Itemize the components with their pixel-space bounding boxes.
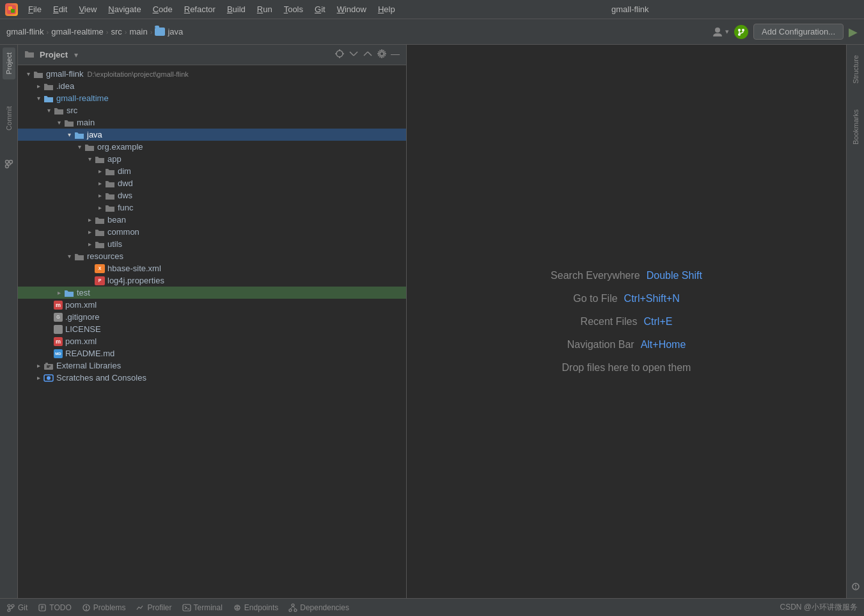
test-arrow — [54, 289, 64, 296]
bottom-right-label: CSDN @小环讲微服务 — [780, 602, 858, 613]
tree-license[interactable]: LICENSE — [18, 323, 406, 335]
panel-dropdown-arrow[interactable]: ▾ — [74, 51, 78, 59]
tree-resources[interactable]: resources — [18, 250, 406, 262]
svg-point-41 — [86, 609, 87, 610]
left-tab-commit[interactable]: Commit — [3, 101, 15, 136]
pom-realtime-icon: m — [54, 301, 63, 310]
menu-git[interactable]: Git — [310, 3, 331, 15]
tree-root[interactable]: gmall-flink D:\exploitation\project\gmal… — [18, 68, 406, 80]
menu-refactor[interactable]: Refactor — [179, 3, 221, 15]
tree-scratches[interactable]: Scratches and Consoles — [18, 372, 406, 384]
add-configuration-button[interactable]: Add Configuration... — [753, 24, 844, 40]
tree-utils[interactable]: utils — [18, 238, 406, 250]
menu-build[interactable]: Build — [222, 3, 251, 15]
tree-log4j-props[interactable]: P log4j.properties — [18, 274, 406, 287]
breadcrumb-main[interactable]: main — [130, 27, 148, 36]
tree-readme[interactable]: MD README.md — [18, 347, 406, 359]
git-branch-icon[interactable] — [734, 25, 748, 39]
bottom-terminal[interactable]: Terminal — [182, 603, 223, 612]
tree-hbase-xml[interactable]: X hbase-site.xml — [18, 262, 406, 274]
tree-common[interactable]: common — [18, 226, 406, 238]
tree-func[interactable]: func — [18, 201, 406, 214]
right-tab-bookmarks[interactable]: Bookmarks — [849, 104, 862, 150]
shortcut-nav-bar: Navigation Bar Alt+Home — [567, 339, 686, 351]
svg-point-32 — [12, 604, 14, 607]
bottom-endpoints[interactable]: Endpoints — [233, 603, 278, 612]
shortcut-search-key: Double Shift — [647, 270, 702, 281]
menu-view[interactable]: View — [74, 3, 102, 15]
tree-java[interactable]: java — [18, 129, 406, 141]
shortcut-recent-key: Ctrl+E — [644, 316, 673, 328]
ext-libs-arrow — [33, 362, 43, 369]
bottom-profiler[interactable]: Profiler — [136, 603, 171, 612]
readme-label: README.md — [65, 349, 114, 358]
tree-ext-libs[interactable]: External Libraries — [18, 359, 406, 372]
menu-code[interactable]: Code — [148, 3, 178, 15]
gmall-realtime-arrow — [33, 95, 43, 102]
editor-area: Search Everywhere Double Shift Go to Fil… — [407, 45, 846, 598]
tree-org-example[interactable]: org.example — [18, 141, 406, 153]
menu-navigate[interactable]: Navigate — [103, 3, 146, 15]
breadcrumb-sep4: › — [150, 28, 153, 36]
breadcrumb-gmall-flink[interactable]: gmall-flink — [6, 27, 44, 36]
tree-dwd[interactable]: dwd — [18, 177, 406, 189]
locate-icon[interactable] — [334, 49, 345, 61]
bottom-git-label: Git — [18, 603, 27, 612]
tree-test[interactable]: test — [18, 287, 406, 299]
tree-gitignore[interactable]: G .gitignore — [18, 311, 406, 323]
settings-icon[interactable] — [377, 49, 387, 61]
bottom-git[interactable]: Git — [6, 603, 27, 612]
breadcrumb-src[interactable]: src — [111, 27, 122, 36]
tree-dim[interactable]: dim — [18, 165, 406, 177]
menu-file[interactable]: File — [23, 3, 47, 15]
tree-idea[interactable]: .idea — [18, 80, 406, 92]
svg-line-17 — [350, 52, 354, 56]
shortcut-recent-files: Recent Files Ctrl+E — [581, 316, 673, 328]
tree-pom-root[interactable]: m pom.xml — [18, 335, 406, 347]
breadcrumb-java[interactable]: java — [155, 27, 183, 36]
hbase-xml-label: hbase-site.xml — [107, 264, 161, 273]
shortcut-goto-file: Go to File Ctrl+Shift+N — [573, 293, 680, 304]
tree-bean[interactable]: bean — [18, 214, 406, 226]
breadcrumb: gmall-flink › gmall-realtime › src › mai… — [6, 27, 709, 36]
tree-gmall-realtime[interactable]: gmall-realtime — [18, 92, 406, 104]
tree-dws[interactable]: dws — [18, 189, 406, 201]
tree-pom-realtime[interactable]: m pom.xml — [18, 299, 406, 311]
menu-window[interactable]: Window — [332, 3, 372, 15]
breadcrumb-gmall-realtime[interactable]: gmall-realtime — [51, 27, 104, 36]
svg-point-46 — [292, 604, 294, 606]
java-label: java — [87, 130, 102, 139]
menu-run[interactable]: Run — [252, 3, 278, 15]
expand-all-icon[interactable] — [363, 49, 373, 61]
menu-help[interactable]: Help — [373, 3, 400, 15]
bottom-todo[interactable]: TODO — [38, 603, 71, 612]
tree-main[interactable]: main — [18, 116, 406, 129]
bottom-dependencies[interactable]: Dependencies — [288, 603, 349, 612]
shortcut-recent-label: Recent Files — [581, 316, 638, 328]
tree-src[interactable]: src — [18, 104, 406, 116]
root-label: gmall-flink — [46, 69, 84, 79]
bottom-problems[interactable]: Problems — [82, 603, 126, 612]
shortcut-navbar-label: Navigation Bar — [567, 339, 634, 351]
pom-root-label: pom.xml — [65, 336, 97, 346]
right-tab-pin[interactable] — [851, 582, 860, 593]
bottom-todo-label: TODO — [49, 603, 71, 612]
menu-tools[interactable]: Tools — [279, 3, 308, 15]
svg-line-18 — [354, 52, 357, 56]
right-tab-structure[interactable]: Structure — [849, 50, 862, 89]
run-button[interactable]: ▶ — [849, 25, 858, 39]
collapse-all-icon[interactable] — [349, 49, 359, 61]
readme-icon: MD — [54, 349, 63, 358]
tree-app[interactable]: app — [18, 153, 406, 165]
dws-arrow — [95, 192, 105, 199]
app-logo — [5, 3, 18, 16]
svg-point-9 — [9, 161, 12, 164]
user-button[interactable]: ▾ — [711, 26, 729, 38]
left-tab-project[interactable]: Project — [3, 47, 15, 79]
main-content: Project Commit Project ▾ — [0, 45, 864, 598]
bottom-problems-label: Problems — [93, 603, 126, 612]
left-tab-git-icon[interactable] — [3, 157, 15, 170]
license-label: LICENSE — [65, 324, 101, 334]
minimize-icon[interactable]: — — [391, 49, 400, 61]
menu-edit[interactable]: Edit — [48, 3, 72, 15]
